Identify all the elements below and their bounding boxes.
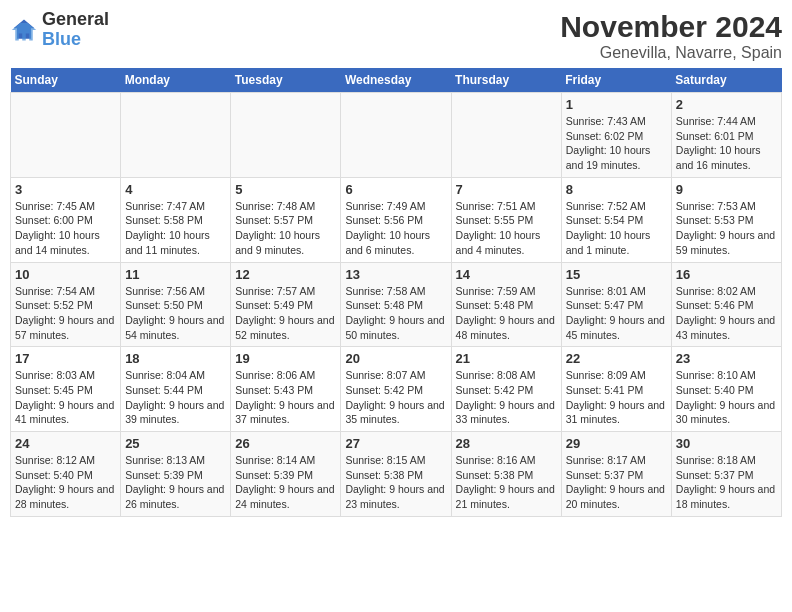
calendar-cell: 4Sunrise: 7:47 AM Sunset: 5:58 PM Daylig…	[121, 177, 231, 262]
day-info: Sunrise: 8:15 AM Sunset: 5:38 PM Dayligh…	[345, 453, 446, 512]
logo-text: General Blue	[42, 10, 109, 50]
page-title: November 2024	[560, 10, 782, 44]
calendar-cell: 1Sunrise: 7:43 AM Sunset: 6:02 PM Daylig…	[561, 93, 671, 178]
day-number: 28	[456, 436, 557, 451]
day-info: Sunrise: 8:16 AM Sunset: 5:38 PM Dayligh…	[456, 453, 557, 512]
day-number: 24	[15, 436, 116, 451]
calendar-cell: 9Sunrise: 7:53 AM Sunset: 5:53 PM Daylig…	[671, 177, 781, 262]
calendar-cell: 13Sunrise: 7:58 AM Sunset: 5:48 PM Dayli…	[341, 262, 451, 347]
day-number: 20	[345, 351, 446, 366]
day-info: Sunrise: 8:18 AM Sunset: 5:37 PM Dayligh…	[676, 453, 777, 512]
calendar-cell: 26Sunrise: 8:14 AM Sunset: 5:39 PM Dayli…	[231, 432, 341, 517]
day-number: 22	[566, 351, 667, 366]
day-info: Sunrise: 8:03 AM Sunset: 5:45 PM Dayligh…	[15, 368, 116, 427]
day-info: Sunrise: 7:44 AM Sunset: 6:01 PM Dayligh…	[676, 114, 777, 173]
calendar-cell	[451, 93, 561, 178]
day-number: 6	[345, 182, 446, 197]
day-number: 13	[345, 267, 446, 282]
calendar-cell: 3Sunrise: 7:45 AM Sunset: 6:00 PM Daylig…	[11, 177, 121, 262]
calendar-week-row: 3Sunrise: 7:45 AM Sunset: 6:00 PM Daylig…	[11, 177, 782, 262]
calendar-cell	[341, 93, 451, 178]
calendar-cell: 22Sunrise: 8:09 AM Sunset: 5:41 PM Dayli…	[561, 347, 671, 432]
day-number: 8	[566, 182, 667, 197]
calendar-table: SundayMondayTuesdayWednesdayThursdayFrid…	[10, 68, 782, 517]
calendar-cell: 12Sunrise: 7:57 AM Sunset: 5:49 PM Dayli…	[231, 262, 341, 347]
day-number: 30	[676, 436, 777, 451]
day-number: 23	[676, 351, 777, 366]
day-info: Sunrise: 8:17 AM Sunset: 5:37 PM Dayligh…	[566, 453, 667, 512]
calendar-cell: 19Sunrise: 8:06 AM Sunset: 5:43 PM Dayli…	[231, 347, 341, 432]
day-number: 14	[456, 267, 557, 282]
weekday-header: Thursday	[451, 68, 561, 93]
calendar-cell: 28Sunrise: 8:16 AM Sunset: 5:38 PM Dayli…	[451, 432, 561, 517]
calendar-cell: 7Sunrise: 7:51 AM Sunset: 5:55 PM Daylig…	[451, 177, 561, 262]
day-number: 25	[125, 436, 226, 451]
day-number: 29	[566, 436, 667, 451]
calendar-cell: 2Sunrise: 7:44 AM Sunset: 6:01 PM Daylig…	[671, 93, 781, 178]
weekday-header: Saturday	[671, 68, 781, 93]
day-info: Sunrise: 8:01 AM Sunset: 5:47 PM Dayligh…	[566, 284, 667, 343]
page-subtitle: Genevilla, Navarre, Spain	[560, 44, 782, 62]
calendar-cell: 21Sunrise: 8:08 AM Sunset: 5:42 PM Dayli…	[451, 347, 561, 432]
day-info: Sunrise: 8:04 AM Sunset: 5:44 PM Dayligh…	[125, 368, 226, 427]
day-number: 12	[235, 267, 336, 282]
weekday-header-row: SundayMondayTuesdayWednesdayThursdayFrid…	[11, 68, 782, 93]
day-number: 16	[676, 267, 777, 282]
day-info: Sunrise: 8:02 AM Sunset: 5:46 PM Dayligh…	[676, 284, 777, 343]
calendar-cell: 27Sunrise: 8:15 AM Sunset: 5:38 PM Dayli…	[341, 432, 451, 517]
day-info: Sunrise: 7:51 AM Sunset: 5:55 PM Dayligh…	[456, 199, 557, 258]
day-info: Sunrise: 7:53 AM Sunset: 5:53 PM Dayligh…	[676, 199, 777, 258]
day-info: Sunrise: 7:56 AM Sunset: 5:50 PM Dayligh…	[125, 284, 226, 343]
calendar-cell	[121, 93, 231, 178]
calendar-cell: 10Sunrise: 7:54 AM Sunset: 5:52 PM Dayli…	[11, 262, 121, 347]
day-info: Sunrise: 7:43 AM Sunset: 6:02 PM Dayligh…	[566, 114, 667, 173]
weekday-header: Monday	[121, 68, 231, 93]
logo-line2: Blue	[42, 29, 81, 49]
day-number: 15	[566, 267, 667, 282]
day-info: Sunrise: 7:52 AM Sunset: 5:54 PM Dayligh…	[566, 199, 667, 258]
calendar-cell: 15Sunrise: 8:01 AM Sunset: 5:47 PM Dayli…	[561, 262, 671, 347]
day-info: Sunrise: 8:08 AM Sunset: 5:42 PM Dayligh…	[456, 368, 557, 427]
calendar-week-row: 24Sunrise: 8:12 AM Sunset: 5:40 PM Dayli…	[11, 432, 782, 517]
day-number: 5	[235, 182, 336, 197]
calendar-cell	[11, 93, 121, 178]
day-number: 11	[125, 267, 226, 282]
weekday-header: Friday	[561, 68, 671, 93]
calendar-cell: 23Sunrise: 8:10 AM Sunset: 5:40 PM Dayli…	[671, 347, 781, 432]
calendar-week-row: 10Sunrise: 7:54 AM Sunset: 5:52 PM Dayli…	[11, 262, 782, 347]
day-number: 18	[125, 351, 226, 366]
title-block: November 2024 Genevilla, Navarre, Spain	[560, 10, 782, 62]
page-header: General Blue November 2024 Genevilla, Na…	[10, 10, 782, 62]
day-info: Sunrise: 7:48 AM Sunset: 5:57 PM Dayligh…	[235, 199, 336, 258]
weekday-header: Wednesday	[341, 68, 451, 93]
calendar-cell: 29Sunrise: 8:17 AM Sunset: 5:37 PM Dayli…	[561, 432, 671, 517]
day-number: 3	[15, 182, 116, 197]
calendar-week-row: 17Sunrise: 8:03 AM Sunset: 5:45 PM Dayli…	[11, 347, 782, 432]
day-number: 4	[125, 182, 226, 197]
day-info: Sunrise: 7:45 AM Sunset: 6:00 PM Dayligh…	[15, 199, 116, 258]
day-info: Sunrise: 7:49 AM Sunset: 5:56 PM Dayligh…	[345, 199, 446, 258]
calendar-cell: 25Sunrise: 8:13 AM Sunset: 5:39 PM Dayli…	[121, 432, 231, 517]
logo-line1: General	[42, 10, 109, 30]
day-number: 9	[676, 182, 777, 197]
calendar-week-row: 1Sunrise: 7:43 AM Sunset: 6:02 PM Daylig…	[11, 93, 782, 178]
calendar-cell: 30Sunrise: 8:18 AM Sunset: 5:37 PM Dayli…	[671, 432, 781, 517]
logo-icon	[10, 16, 38, 44]
day-info: Sunrise: 8:14 AM Sunset: 5:39 PM Dayligh…	[235, 453, 336, 512]
day-info: Sunrise: 7:58 AM Sunset: 5:48 PM Dayligh…	[345, 284, 446, 343]
calendar-cell: 8Sunrise: 7:52 AM Sunset: 5:54 PM Daylig…	[561, 177, 671, 262]
day-number: 27	[345, 436, 446, 451]
calendar-cell: 16Sunrise: 8:02 AM Sunset: 5:46 PM Dayli…	[671, 262, 781, 347]
day-info: Sunrise: 7:59 AM Sunset: 5:48 PM Dayligh…	[456, 284, 557, 343]
day-number: 26	[235, 436, 336, 451]
day-number: 21	[456, 351, 557, 366]
day-number: 1	[566, 97, 667, 112]
calendar-cell: 5Sunrise: 7:48 AM Sunset: 5:57 PM Daylig…	[231, 177, 341, 262]
calendar-cell: 14Sunrise: 7:59 AM Sunset: 5:48 PM Dayli…	[451, 262, 561, 347]
day-number: 10	[15, 267, 116, 282]
calendar-cell: 18Sunrise: 8:04 AM Sunset: 5:44 PM Dayli…	[121, 347, 231, 432]
day-info: Sunrise: 8:13 AM Sunset: 5:39 PM Dayligh…	[125, 453, 226, 512]
calendar-cell	[231, 93, 341, 178]
day-info: Sunrise: 8:10 AM Sunset: 5:40 PM Dayligh…	[676, 368, 777, 427]
calendar-cell: 17Sunrise: 8:03 AM Sunset: 5:45 PM Dayli…	[11, 347, 121, 432]
